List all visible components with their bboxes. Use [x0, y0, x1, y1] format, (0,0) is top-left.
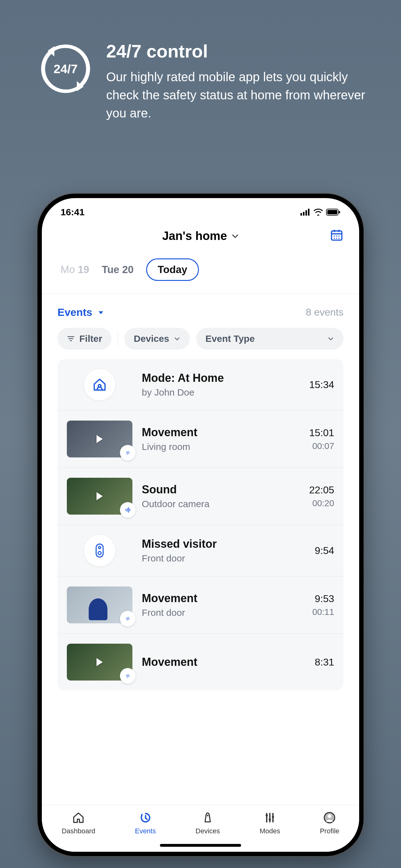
home-selector[interactable]: Jan's home [162, 229, 239, 243]
home-name: Jan's home [162, 229, 227, 243]
home-mode-icon [84, 369, 115, 400]
svg-rect-27 [127, 508, 127, 512]
event-subtitle: Outdoor camera [142, 499, 300, 509]
event-duration: 00:20 [309, 498, 334, 508]
event-time: 9:54 [315, 545, 334, 556]
events-section-header: Events 8 events [42, 294, 359, 328]
svg-rect-29 [129, 509, 130, 512]
events-dropdown[interactable]: Events [58, 306, 104, 318]
svg-rect-6 [308, 209, 309, 216]
event-thumbnail [67, 478, 132, 515]
motion-badge-icon [120, 611, 136, 626]
svg-rect-26 [125, 509, 126, 510]
day-tab-mo19[interactable]: Mo 19 [61, 264, 89, 276]
svg-point-14 [334, 236, 335, 237]
event-row[interactable]: Movement 8:31 [58, 634, 343, 690]
day-tabs: Mo 19 Tue 20 Today [42, 252, 359, 294]
svg-point-46 [328, 814, 331, 818]
promo-banner: 24/7 24/7 control Our highly rated mobil… [37, 41, 370, 122]
svg-point-18 [336, 238, 337, 239]
event-time: 9:53 [312, 593, 334, 604]
status-icons [300, 209, 340, 216]
event-subtitle: by John Doe [142, 387, 300, 398]
app-header: Jan's home [42, 220, 359, 252]
svg-rect-5 [305, 210, 307, 216]
event-title: Movement [142, 655, 305, 669]
home-indicator[interactable] [160, 844, 241, 847]
profile-icon [323, 811, 336, 825]
event-list: Mode: At Home by John Doe 15:34 Movement… [58, 359, 343, 690]
devices-chip[interactable]: Devices [124, 328, 190, 350]
home-icon [72, 811, 85, 825]
play-icon [97, 435, 103, 443]
promo-247-icon: 24/7 [37, 41, 94, 97]
svg-rect-4 [303, 212, 304, 216]
svg-point-31 [98, 547, 101, 549]
status-time: 16:41 [61, 207, 85, 217]
event-type-chip[interactable]: Event Type [196, 328, 343, 350]
person-icon [89, 598, 107, 620]
chevron-down-icon [174, 335, 180, 342]
event-row[interactable]: Missed visitor Front door 9:54 [58, 525, 343, 577]
play-icon [97, 492, 103, 500]
caret-down-icon [97, 309, 104, 316]
event-subtitle: Front door [142, 608, 303, 618]
filter-icon [67, 335, 75, 343]
calendar-button[interactable] [330, 228, 343, 243]
tab-devices[interactable]: Devices [196, 811, 220, 835]
tab-events[interactable]: Events [135, 811, 156, 835]
event-time: 8:31 [315, 656, 334, 668]
battery-icon [326, 209, 340, 216]
event-title: Sound [142, 483, 300, 496]
event-row[interactable]: Movement Living room 15:01 00:07 [58, 410, 343, 468]
tab-dashboard[interactable]: Dashboard [62, 811, 95, 835]
svg-rect-43 [269, 818, 271, 820]
event-title: Missed visitor [142, 537, 305, 551]
event-thumbnail [67, 587, 132, 623]
svg-rect-42 [266, 814, 268, 816]
svg-rect-9 [339, 211, 340, 213]
sliders-icon [264, 811, 276, 825]
status-bar: 16:41 [42, 198, 359, 220]
event-duration: 00:07 [309, 441, 334, 451]
phone-frame: 16:41 Jan's home Mo 19 Tue 20 [37, 194, 364, 856]
event-duration: 00:11 [312, 607, 334, 617]
svg-point-17 [334, 238, 335, 239]
event-time: 15:01 [309, 427, 334, 439]
event-row[interactable]: Mode: At Home by John Doe 15:34 [58, 359, 343, 410]
divider [118, 331, 118, 346]
calendar-icon [330, 228, 343, 242]
event-title: Movement [142, 426, 300, 439]
event-subtitle: Front door [142, 553, 305, 564]
svg-rect-3 [300, 213, 302, 216]
svg-point-15 [336, 236, 337, 237]
promo-subtitle: Our highly rated mobile app lets you qui… [106, 68, 370, 122]
tab-modes[interactable]: Modes [260, 811, 280, 835]
wifi-icon [313, 209, 323, 216]
event-thumbnail [67, 421, 132, 458]
svg-point-34 [127, 618, 128, 619]
event-title: Movement [142, 592, 303, 605]
event-subtitle: Living room [142, 441, 300, 452]
event-row[interactable]: Sound Outdoor camera 22:05 00:20 [58, 468, 343, 525]
svg-rect-28 [128, 507, 129, 513]
chevron-down-icon [327, 335, 334, 342]
svg-text:24/7: 24/7 [54, 62, 77, 75]
svg-point-36 [127, 675, 128, 676]
chevron-down-icon [231, 232, 239, 240]
filter-row: Filter Devices Event Type [42, 328, 359, 359]
promo-title: 24/7 control [106, 41, 370, 62]
event-row[interactable]: Movement Front door 9:53 00:11 [58, 577, 343, 634]
svg-rect-44 [272, 816, 274, 818]
sound-badge-icon [120, 502, 136, 518]
doorbell-icon [84, 535, 115, 566]
filter-chip[interactable]: Filter [58, 328, 111, 350]
cellular-icon [300, 209, 310, 216]
motion-badge-icon [120, 445, 136, 461]
motion-badge-icon [120, 668, 136, 684]
day-tab-tue20[interactable]: Tue 20 [102, 264, 134, 276]
event-time: 22:05 [309, 484, 334, 496]
tab-profile[interactable]: Profile [320, 811, 339, 835]
day-tab-today[interactable]: Today [146, 258, 199, 281]
device-icon [201, 811, 214, 825]
